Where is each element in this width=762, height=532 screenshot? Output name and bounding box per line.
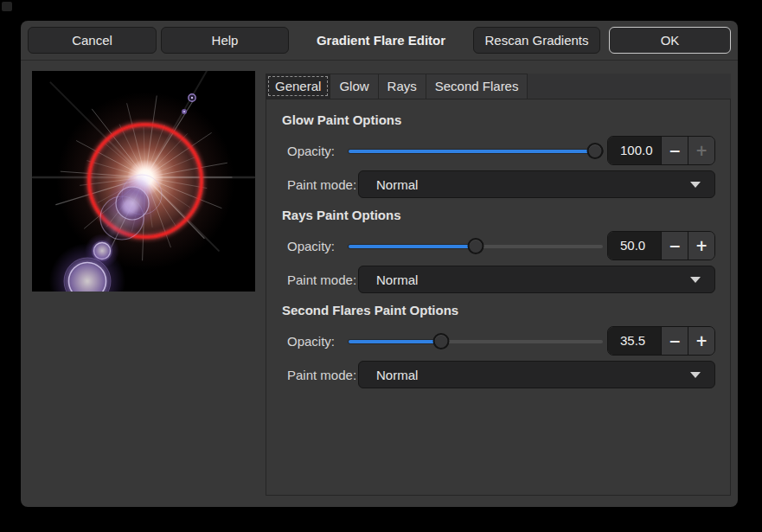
paint-mode-value: Normal: [376, 368, 418, 382]
opacity-decrement-button[interactable]: −: [661, 137, 688, 164]
screen: Cancel Help Gradient Flare Editor Rescan…: [0, 0, 762, 532]
opacity-spinbox: 35.5 − +: [607, 326, 715, 356]
second-flares-paint-options-section: Second Flares Paint Options Opacity: 35.…: [282, 302, 715, 388]
dropdown-caret-icon: [690, 372, 701, 378]
paint-mode-dropdown[interactable]: Normal: [358, 170, 715, 198]
paint-mode-value: Normal: [376, 177, 418, 192]
opacity-spinbox: 100.0 − +: [607, 136, 715, 165]
opacity-value-field[interactable]: 100.0: [608, 137, 661, 164]
general-tab-panel: Glow Paint Options Opacity: 100.0 − +: [266, 99, 731, 496]
plus-icon: +: [695, 239, 708, 253]
slider-handle[interactable]: [433, 333, 450, 349]
section-title: Rays Paint Options: [282, 207, 715, 224]
glow-paint-options-section: Glow Paint Options Opacity: 100.0 − +: [282, 112, 715, 198]
paint-mode-row: Paint mode: Normal: [282, 361, 715, 388]
opacity-increment-button[interactable]: +: [688, 327, 714, 355]
opacity-value-field[interactable]: 50.0: [608, 232, 661, 260]
slider-fill: [349, 245, 476, 248]
minus-icon: −: [669, 334, 681, 349]
ok-button[interactable]: OK: [609, 27, 731, 54]
rays-paint-options-section: Rays Paint Options Opacity: 50.0 − +: [282, 207, 715, 293]
paint-mode-dropdown[interactable]: Normal: [358, 266, 715, 293]
opacity-row: Opacity: 100.0 − +: [282, 136, 715, 165]
plus-icon: +: [695, 144, 708, 158]
opacity-label: Opacity:: [282, 334, 349, 349]
slider-handle[interactable]: [586, 143, 603, 159]
dropdown-caret-icon: [690, 277, 701, 283]
opacity-increment-button[interactable]: +: [688, 137, 714, 164]
opacity-label: Opacity:: [282, 144, 349, 158]
cancel-button[interactable]: Cancel: [28, 27, 157, 54]
window-corner-artifact: [2, 2, 12, 11]
minus-icon: −: [669, 144, 681, 158]
flare-preview-image: [32, 71, 255, 292]
paint-mode-value: Normal: [376, 272, 418, 287]
opacity-decrement-button[interactable]: −: [661, 327, 688, 355]
paint-mode-label: Paint mode:: [282, 272, 358, 287]
rescan-gradients-button[interactable]: Rescan Gradients: [473, 27, 600, 54]
opacity-slider[interactable]: [349, 237, 603, 255]
paint-mode-dropdown[interactable]: Normal: [358, 361, 715, 388]
opacity-increment-button[interactable]: +: [688, 232, 714, 260]
opacity-row: Opacity: 35.5 − +: [282, 326, 715, 356]
opacity-decrement-button[interactable]: −: [661, 232, 688, 260]
settings-notebook: General Glow Rays Second Flares Glow Pai…: [266, 74, 731, 496]
opacity-label: Opacity:: [282, 239, 349, 253]
opacity-row: Opacity: 50.0 − +: [282, 231, 715, 260]
slider-handle[interactable]: [468, 238, 484, 254]
tab-glow[interactable]: Glow: [330, 74, 378, 99]
paint-mode-label: Paint mode:: [282, 368, 358, 382]
tab-general[interactable]: General: [266, 74, 330, 99]
paint-mode-row: Paint mode: Normal: [282, 266, 715, 293]
tab-second-flares[interactable]: Second Flares: [426, 74, 528, 99]
paint-mode-row: Paint mode: Normal: [282, 170, 715, 198]
gradient-flare-editor-dialog: Cancel Help Gradient Flare Editor Rescan…: [21, 21, 738, 507]
opacity-slider[interactable]: [349, 142, 603, 160]
plus-icon: +: [695, 334, 708, 349]
help-button[interactable]: Help: [161, 27, 289, 54]
opacity-slider[interactable]: [349, 332, 603, 350]
slider-fill: [349, 150, 603, 153]
section-title: Second Flares Paint Options: [282, 302, 715, 319]
tab-rays[interactable]: Rays: [378, 74, 426, 99]
paint-mode-label: Paint mode:: [282, 177, 358, 192]
minus-icon: −: [669, 239, 681, 253]
opacity-spinbox: 50.0 − +: [607, 231, 715, 260]
slider-fill: [349, 340, 439, 343]
dialog-header: Cancel Help Gradient Flare Editor Rescan…: [21, 21, 738, 61]
dropdown-caret-icon: [690, 182, 701, 188]
section-title: Glow Paint Options: [282, 112, 715, 129]
dialog-title: Gradient Flare Editor: [289, 33, 473, 48]
flare-preview: [32, 71, 255, 292]
opacity-value-field[interactable]: 35.5: [608, 327, 661, 355]
tab-bar: General Glow Rays Second Flares: [266, 74, 731, 99]
